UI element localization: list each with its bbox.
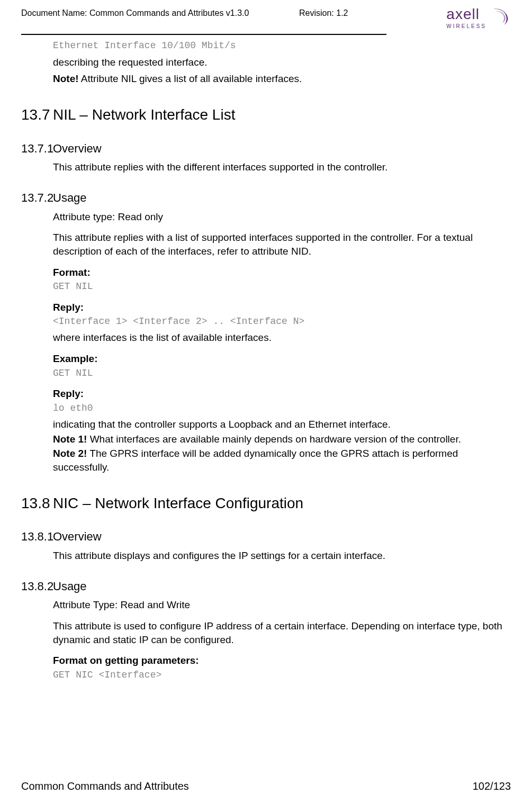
footer-page: 102/123 (473, 779, 511, 793)
section-number: 13.8 (21, 493, 64, 513)
section-number: 13.7.2 (21, 190, 64, 206)
overview-text: This attribute replies with the differen… (53, 160, 506, 174)
section-13-8: 13.8 NIC – Network Interface Configurati… (53, 493, 506, 513)
reply-label: Reply: (53, 301, 506, 314)
section-title: NIC – Network Interface Configuration (53, 493, 303, 513)
section-number: 13.8.1 (21, 529, 64, 545)
format-code: GET NIC <Interface> (53, 669, 506, 681)
section-number: 13.8.2 (21, 579, 64, 594)
note2-text: The GPRS interface will be added dynamic… (53, 448, 458, 473)
section-13-7: 13.7 NIL – Network Interface List (53, 105, 506, 125)
attr-type-text: Attribute Type: Read and Write (53, 598, 506, 612)
reply2-desc: indicating that the controller supports … (53, 418, 506, 431)
section-13-8-2: 13.8.2 Usage (53, 579, 506, 594)
example-label: Example: (53, 352, 506, 366)
overview-text: This attribute displays and configures t… (53, 549, 506, 563)
note-text: Attribute NIL gives a list of all availa… (79, 73, 302, 84)
header-rule (21, 34, 386, 35)
section-13-8-1: 13.8.1 Overview (53, 529, 506, 545)
section-number: 13.7.1 (21, 141, 64, 157)
reply-code: <Interface 1> <Interface 2> .. <Interfac… (53, 315, 506, 328)
attr-type-text: Attribute type: Read only (53, 210, 506, 224)
section-13-7-1: 13.7.1 Overview (53, 141, 506, 157)
section-number: 13.7 (21, 105, 64, 125)
reply2-code: lo eth0 (53, 402, 506, 414)
section-title: NIL – Network Interface List (53, 105, 235, 125)
format-code: GET NIL (53, 280, 506, 293)
usage-desc-text: This attribute is used to configure IP a… (53, 619, 506, 646)
note2-label: Note 2! (53, 448, 87, 459)
note1-label: Note 1! (53, 434, 87, 445)
note-label: Note! (53, 73, 79, 84)
logo-swoosh-icon (490, 7, 511, 27)
reply2-label: Reply: (53, 387, 506, 401)
doc-revision: Revision: 1.2 (299, 7, 416, 19)
page: Document Name: Common Commands and Attri… (0, 0, 532, 681)
content-body: Ethernet Interface 10/100 Mbit/s describ… (21, 39, 511, 681)
footer-title: Common Commands and Attributes (21, 779, 189, 793)
usage-desc-text: This attribute replies with a list of su… (53, 231, 506, 258)
doc-name: Document Name: Common Commands and Attri… (21, 7, 299, 19)
footer: Common Commands and Attributes 102/123 (21, 779, 511, 793)
reply-desc: where interfaces is the list of availabl… (53, 331, 506, 345)
logo-text: axell (446, 4, 488, 24)
format-label: Format: (53, 266, 506, 279)
doc-header: Document Name: Common Commands and Attri… (21, 5, 511, 33)
logo: axell WIRELESS (416, 4, 511, 30)
ethernet-code-line: Ethernet Interface 10/100 Mbit/s (53, 39, 506, 52)
format-label: Format on getting parameters: (53, 654, 506, 667)
describing-text: describing the requested interface. (53, 56, 506, 69)
example-code: GET NIL (53, 367, 506, 380)
logo-subtext: WIRELESS (446, 23, 486, 30)
section-13-7-2: 13.7.2 Usage (53, 190, 506, 206)
note1-text: What interfaces are available mainly dep… (87, 434, 461, 445)
